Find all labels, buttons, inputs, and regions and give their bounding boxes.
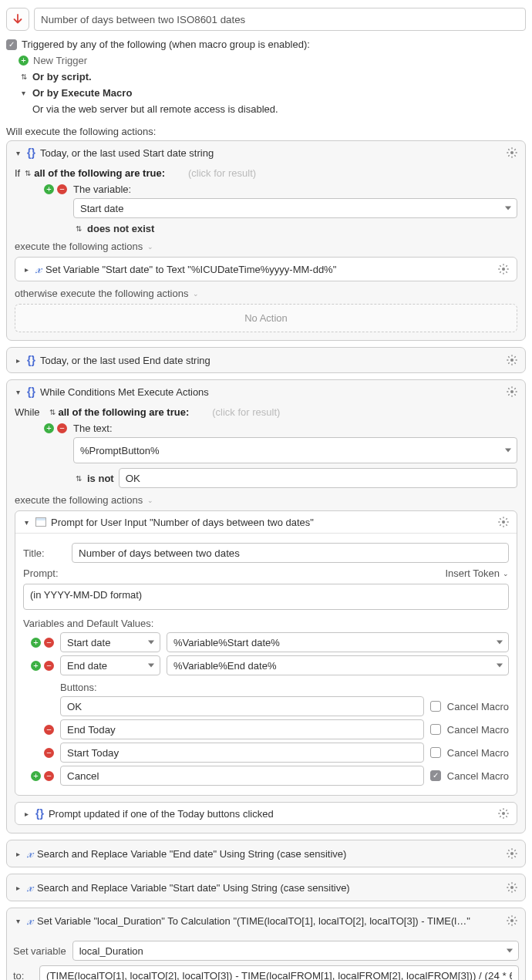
- cancel-macro-label: Cancel Macro: [447, 724, 509, 736]
- insert-token-button[interactable]: Insert Token⌄: [445, 567, 509, 579]
- remove-condition-icon[interactable]: −: [57, 184, 67, 194]
- setvar-gear-icon[interactable]: [497, 262, 510, 276]
- updown-icon[interactable]: ⇅: [73, 474, 82, 483]
- add-button-icon[interactable]: +: [31, 771, 41, 781]
- action5-disclosure[interactable]: ▸: [13, 884, 22, 892]
- compare-value-input[interactable]: [119, 468, 517, 488]
- remove-var-icon[interactable]: −: [44, 661, 54, 671]
- action2-gear-icon[interactable]: [505, 353, 519, 367]
- add-var-icon[interactable]: +: [31, 638, 41, 648]
- set-var-title: Set Variable "Start date" to Text "%ICUD…: [45, 264, 492, 275]
- prompt-label: Prompt:: [23, 567, 66, 579]
- action5-gear-icon[interactable]: [505, 881, 519, 894]
- action3-gear-icon[interactable]: [505, 385, 519, 399]
- calculation-input[interactable]: [39, 965, 519, 980]
- if-cond[interactable]: all of the following are true:: [34, 167, 165, 179]
- to-label: to:: [13, 970, 33, 981]
- macro-title-input[interactable]: [34, 8, 526, 31]
- var-default-select[interactable]: %Variable%Start date%: [167, 632, 509, 652]
- no-action-placeholder[interactable]: No Action: [15, 304, 517, 332]
- updown-icon[interactable]: ⇅: [25, 169, 29, 177]
- svg-point-6: [510, 852, 513, 855]
- macro-enabled-toggle[interactable]: [6, 8, 29, 31]
- updown-icon[interactable]: ⇅: [49, 408, 54, 416]
- svg-point-0: [510, 151, 513, 154]
- variable-name-select[interactable]: Start date: [73, 198, 517, 218]
- cancel-macro-checkbox[interactable]: [430, 724, 441, 735]
- add-trigger-icon[interactable]: +: [19, 56, 29, 66]
- button-label-input[interactable]: [60, 766, 424, 786]
- action4-disclosure[interactable]: ▸: [13, 850, 22, 858]
- cancel-macro-label: Cancel Macro: [447, 747, 509, 759]
- action1-gear-icon[interactable]: [505, 146, 519, 160]
- click-for-result[interactable]: (click for result): [188, 167, 256, 179]
- svg-point-8: [510, 919, 513, 922]
- disclosure-icon[interactable]: ▾: [19, 89, 28, 97]
- action3-disclosure[interactable]: ▾: [13, 388, 22, 396]
- or-execute-macro-label: Or by Execute Macro: [32, 87, 132, 99]
- cancel-macro-checkbox[interactable]: [430, 747, 441, 758]
- var-name-select[interactable]: Start date: [60, 632, 160, 652]
- chevron-down-icon[interactable]: ⌄: [147, 497, 153, 504]
- svg-point-7: [510, 886, 513, 889]
- buttons-label: Buttons:: [60, 682, 509, 693]
- chevron-down-icon[interactable]: ⌄: [147, 243, 153, 251]
- chevron-down-icon[interactable]: ⌄: [193, 290, 199, 298]
- action1-title: Today, or the last used Start date strin…: [40, 147, 500, 159]
- remove-button-icon[interactable]: −: [44, 725, 54, 735]
- variable-icon: 𝓍: [27, 913, 32, 928]
- brace-icon: {}: [27, 386, 35, 398]
- add-condition-icon[interactable]: +: [44, 184, 54, 194]
- action1-disclosure[interactable]: ▾: [13, 149, 22, 157]
- remove-button-icon[interactable]: −: [44, 748, 54, 758]
- prompt-disclosure[interactable]: ▾: [22, 518, 31, 527]
- updown-icon[interactable]: ⇅: [19, 72, 28, 81]
- set-variable-select[interactable]: local_Duration: [72, 941, 519, 961]
- action6-disclosure[interactable]: ▾: [13, 917, 22, 925]
- subaction-title: Prompt updated if one of the Today butto…: [49, 808, 492, 820]
- if-label: If: [15, 167, 20, 179]
- title-label: Title:: [23, 547, 66, 559]
- execute-following-label: execute the following actions: [15, 494, 143, 506]
- set-variable-label: Set variable: [13, 945, 66, 957]
- action4-gear-icon[interactable]: [505, 847, 519, 860]
- action3-title: While Conditions Met Execute Actions: [40, 386, 500, 398]
- remove-condition-icon[interactable]: −: [57, 423, 67, 433]
- setvar-disclosure[interactable]: ▸: [22, 265, 31, 274]
- button-label-input[interactable]: [60, 696, 424, 716]
- while-cond[interactable]: all of the following are true:: [59, 406, 190, 418]
- prompt-title-input[interactable]: [72, 543, 509, 563]
- form-icon: [35, 517, 46, 527]
- or-script-label: Or by script.: [32, 71, 92, 83]
- text-condition-input[interactable]: %PromptButton%: [73, 437, 517, 463]
- is-not-label[interactable]: is not: [87, 473, 114, 484]
- prompt-text-input[interactable]: (in YYYY-MM-DD format): [23, 584, 509, 610]
- remove-button-icon[interactable]: −: [44, 771, 54, 781]
- action6-gear-icon[interactable]: [505, 914, 519, 928]
- add-condition-icon[interactable]: +: [44, 423, 54, 433]
- does-not-exist[interactable]: does not exist: [87, 223, 154, 234]
- cancel-macro-checkbox[interactable]: [430, 770, 441, 781]
- click-for-result[interactable]: (click for result): [212, 406, 280, 418]
- prompt-gear-icon[interactable]: [497, 515, 510, 529]
- or-web-label: Or via the web server but all remote acc…: [32, 103, 278, 115]
- button-label-input[interactable]: [60, 719, 424, 739]
- cancel-macro-checkbox[interactable]: [430, 701, 441, 712]
- otherwise-label: otherwise execute the following actions: [15, 288, 188, 299]
- svg-point-5: [502, 812, 505, 815]
- add-var-icon[interactable]: +: [31, 661, 41, 671]
- subaction-disclosure[interactable]: ▸: [22, 810, 31, 818]
- button-label-input[interactable]: [60, 743, 424, 763]
- action2-disclosure[interactable]: ▸: [13, 356, 22, 365]
- triggers-enabled-checkbox[interactable]: [6, 39, 17, 50]
- new-trigger-link[interactable]: New Trigger: [33, 55, 87, 66]
- prompt-title: Prompt for User Input "Number of days be…: [51, 517, 492, 528]
- execute-following-label: execute the following actions: [15, 241, 143, 252]
- var-name-select[interactable]: End date: [60, 655, 160, 675]
- var-default-select[interactable]: %Variable%End date%: [167, 655, 509, 675]
- brace-icon: {}: [35, 807, 44, 820]
- the-text-label: The text:: [73, 423, 113, 434]
- remove-var-icon[interactable]: −: [44, 638, 54, 648]
- updown-icon[interactable]: ⇅: [73, 224, 82, 233]
- subaction-gear-icon[interactable]: [497, 807, 510, 820]
